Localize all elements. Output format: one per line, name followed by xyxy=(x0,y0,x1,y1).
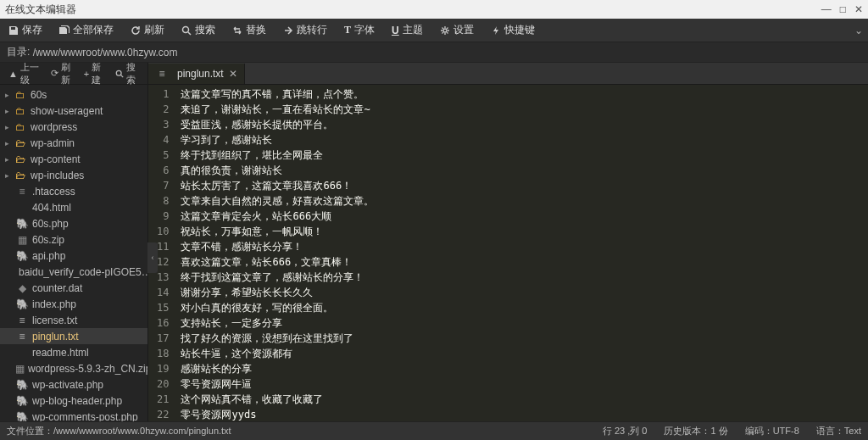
file-label: pinglun.txt xyxy=(32,331,79,343)
folder-wp-content[interactable]: ▸🗁wp-content xyxy=(0,151,147,167)
folder-wp-includes[interactable]: ▸🗁wp-includes xyxy=(0,167,147,183)
code-line[interactable]: 这个网站真不错，收藏了收藏了 xyxy=(181,392,863,407)
chevron-right-icon: ▸ xyxy=(5,155,14,164)
code-line[interactable]: 零号资源网牛逼 xyxy=(181,376,863,392)
save-all-button[interactable]: 全部保存 xyxy=(51,19,122,42)
file-baidu_verify_code-pIGOE5…[interactable]: baidu_verify_code-pIGOE5… xyxy=(0,264,147,280)
folder-60s[interactable]: ▸🗀60s xyxy=(0,86,147,103)
save-button[interactable]: 保存 xyxy=(0,19,51,42)
file-.htaccess[interactable]: ≡.htaccess xyxy=(0,183,147,199)
folder-wp-admin[interactable]: ▸🗁wp-admin xyxy=(0,135,147,151)
code-content[interactable]: 这篇文章写的真不错，真详细，点个赞。来追了，谢谢站长，一直在看站长的文章~受益匪… xyxy=(175,85,868,421)
folder-label: wp-content xyxy=(31,153,81,165)
line-number: 3 xyxy=(157,117,169,132)
chevron-right-icon: ▸ xyxy=(5,123,14,131)
line-number: 19 xyxy=(157,361,169,376)
code-line[interactable]: 站长太厉害了，这篇文章我喜欢666！ xyxy=(181,178,863,193)
file-60s.php[interactable]: 🐘60s.php xyxy=(0,215,147,231)
code-line[interactable]: 来追了，谢谢站长，一直在看站长的文章~ xyxy=(181,102,863,117)
status-encoding[interactable]: 编码：UTF-8 xyxy=(745,425,799,437)
file-icon: ▦ xyxy=(15,234,29,246)
code-line[interactable]: 文章不错，感谢站长分享！ xyxy=(181,239,863,254)
goto-line-button[interactable]: 跳转行 xyxy=(275,19,336,42)
code-line[interactable]: 祝站长，万事如意，一帆风顺！ xyxy=(181,224,863,239)
file-sidebar: ▲上一级 ⟳刷新 +新建 搜索 ▸🗀60s▸🗀show-useragent▸🗀w… xyxy=(0,63,148,421)
theme-button[interactable]: U 主题 xyxy=(383,19,431,42)
line-number: 7 xyxy=(157,178,169,193)
file-wp-activate.php[interactable]: 🐘wp-activate.php xyxy=(0,376,147,393)
up-level-button[interactable]: ▲上一级 xyxy=(3,61,46,86)
editor-tabs: ≡ pinglun.txt ✕ xyxy=(148,63,868,85)
code-line[interactable]: 喜欢这篇文章，站长666，文章真棒！ xyxy=(181,254,863,270)
collapse-sidebar-handle[interactable]: ‹ xyxy=(147,242,158,273)
folder-show-useragent[interactable]: ▸🗀show-useragent xyxy=(0,103,147,119)
tab-label: pinglun.txt xyxy=(177,68,224,80)
close-tab-icon[interactable]: ✕ xyxy=(229,68,237,80)
status-language[interactable]: 语言：Text xyxy=(816,425,861,437)
file-api.php[interactable]: 🐘api.php xyxy=(0,248,147,264)
file-wp-comments-post.php[interactable]: 🐘wp-comments-post.php xyxy=(0,409,147,421)
code-line[interactable]: 找了好久的资源，没想到在这里找到了 xyxy=(181,331,863,346)
code-line[interactable]: 学习到了，感谢站长 xyxy=(181,132,863,148)
search-icon xyxy=(181,25,192,36)
refresh-button[interactable]: 刷新 xyxy=(122,19,173,42)
theme-icon: U xyxy=(392,25,399,36)
code-line[interactable]: 文章来自大自然的灵感，好喜欢这篇文章。 xyxy=(181,193,863,209)
status-file-path: 文件位置：/www/wwwroot/www.0hzyw.com/pinglun.… xyxy=(7,425,231,437)
code-line[interactable]: 这篇文章肯定会火，站长666大顺 xyxy=(181,209,863,224)
sidebar-search-button[interactable]: 搜索 xyxy=(110,61,144,86)
maximize-button[interactable]: □ xyxy=(840,3,846,15)
file-wordpress-5.9.3-zh_CN.zip[interactable]: ▦wordpress-5.9.3-zh_CN.zip xyxy=(0,360,147,376)
file-label: index.php xyxy=(32,298,76,310)
file-404.html[interactable]: 404.html xyxy=(0,199,147,215)
code-line[interactable]: 零号资源网yyds xyxy=(181,407,863,421)
close-button[interactable]: ✕ xyxy=(854,3,863,15)
file-index.php[interactable]: 🐘index.php xyxy=(0,296,147,312)
chevron-right-icon: ▸ xyxy=(5,91,14,99)
line-number: 20 xyxy=(157,376,169,392)
file-icon: 🐘 xyxy=(15,298,29,310)
folder-icon: 🗀 xyxy=(14,105,27,117)
file-wp-blog-header.php[interactable]: 🐘wp-blog-header.php xyxy=(0,393,147,409)
file-readme.html[interactable]: readme.html xyxy=(0,344,147,360)
folder-wordpress[interactable]: ▸🗀wordpress xyxy=(0,119,147,135)
folder-open-icon: 🗁 xyxy=(14,153,27,165)
code-line[interactable]: 支持站长，一定多分享 xyxy=(181,315,863,331)
code-line[interactable]: 受益匪浅，感谢站长提供的平台。 xyxy=(181,117,863,132)
search-button[interactable]: 搜索 xyxy=(173,19,224,42)
file-counter.dat[interactable]: ◆counter.dat xyxy=(0,280,147,296)
shortcut-button[interactable]: 快捷键 xyxy=(482,19,543,42)
line-number: 8 xyxy=(157,193,169,209)
line-number: 10 xyxy=(157,224,169,239)
sidebar-refresh-button[interactable]: ⟳刷新 xyxy=(46,61,79,86)
code-line[interactable]: 终于找到组织了，堪比全网最全 xyxy=(181,148,863,163)
status-history[interactable]: 历史版本：1 份 xyxy=(664,425,727,437)
file-pinglun.txt[interactable]: ≡pinglun.txt xyxy=(0,328,147,344)
new-button[interactable]: +新建 xyxy=(79,61,110,86)
font-button[interactable]: T 字体 xyxy=(336,19,383,42)
code-line[interactable]: 感谢站长的分享 xyxy=(181,361,863,376)
file-60s.zip[interactable]: ▦60s.zip xyxy=(0,231,147,248)
folder-icon: 🗀 xyxy=(14,121,27,133)
code-line[interactable]: 站长牛逼，这个资源都有 xyxy=(181,346,863,361)
file-icon: 🐘 xyxy=(15,395,29,407)
refresh-icon xyxy=(131,25,141,36)
file-license.txt[interactable]: ≡license.txt xyxy=(0,312,147,328)
code-line[interactable]: 真的很负责，谢谢站长 xyxy=(181,163,863,178)
code-line[interactable]: 对小白真的很友好，写的很全面。 xyxy=(181,300,863,315)
code-line[interactable]: 终于找到这篇文章了，感谢站长的分享！ xyxy=(181,270,863,285)
file-tree[interactable]: ▸🗀60s▸🗀show-useragent▸🗀wordpress▸🗁wp-adm… xyxy=(0,85,147,421)
folder-icon: 🗀 xyxy=(14,89,27,101)
settings-button[interactable]: 设置 xyxy=(431,19,482,42)
tab-pinglun[interactable]: ≡ pinglun.txt ✕ xyxy=(148,64,245,84)
code-editor[interactable]: 1234567891011121314151617181920212223 这篇… xyxy=(148,85,868,421)
toolbar-chevron-button[interactable]: ⌄ xyxy=(849,25,868,36)
code-line[interactable]: 谢谢分享，希望站长长长久久 xyxy=(181,285,863,300)
line-number: 14 xyxy=(157,285,169,300)
code-line[interactable]: 这篇文章写的真不错，真详细，点个赞。 xyxy=(181,86,863,102)
file-icon: ◆ xyxy=(15,282,29,294)
replace-button[interactable]: 替换 xyxy=(224,19,275,42)
up-icon: ▲ xyxy=(8,69,18,79)
minimize-button[interactable]: — xyxy=(821,3,832,15)
file-icon: ▦ xyxy=(15,363,25,375)
